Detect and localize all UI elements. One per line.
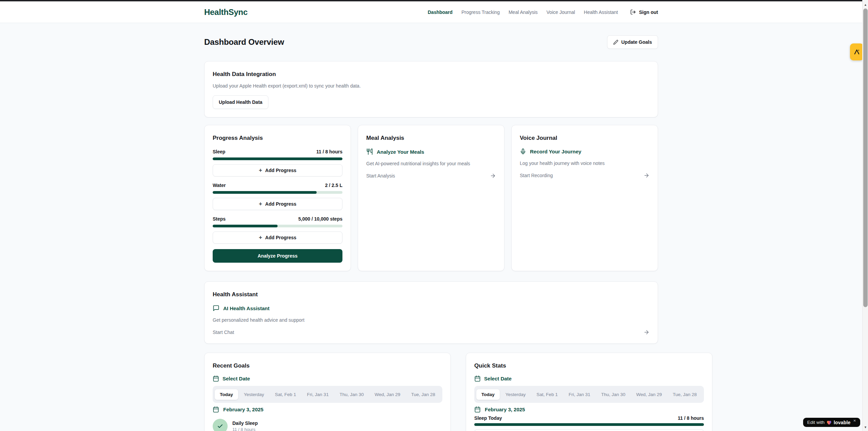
date-tab-today[interactable]: Today bbox=[215, 389, 238, 400]
metric-label: Steps bbox=[213, 215, 226, 222]
current-date-label: February 3, 2025 bbox=[223, 407, 263, 412]
sign-out-label: Sign out bbox=[639, 10, 658, 15]
upload-health-data-button[interactable]: Upload Health Data bbox=[213, 95, 268, 109]
calendar-icon bbox=[213, 406, 219, 413]
edit-with-lovable-badge[interactable]: Edit with lovable ✕ bbox=[803, 418, 860, 427]
calendar-icon bbox=[474, 406, 481, 413]
add-progress-button-steps[interactable]: + Add Progress bbox=[213, 231, 342, 244]
quick-stats-current-date[interactable]: February 3, 2025 bbox=[474, 406, 704, 413]
meal-analysis-card: Meal Analysis Analyze Your Meals Get AI-… bbox=[358, 125, 504, 271]
date-tab-feb-1[interactable]: Sat, Feb 1 bbox=[531, 389, 563, 400]
scrollbar-thumb[interactable] bbox=[863, 8, 868, 307]
integration-description: Upload your Apple Health export (export.… bbox=[213, 82, 650, 89]
analyze-your-meals-link[interactable]: Analyze Your Meals bbox=[366, 148, 496, 155]
stat-value: 11 / 8 hours bbox=[678, 415, 704, 421]
meal-analysis-title: Meal Analysis bbox=[366, 133, 496, 143]
heart-icon bbox=[827, 420, 832, 425]
nav-link-dashboard[interactable]: Dashboard bbox=[428, 10, 453, 15]
nav-link-progress-tracking[interactable]: Progress Tracking bbox=[461, 10, 500, 15]
date-tab-feb-1[interactable]: Sat, Feb 1 bbox=[270, 389, 301, 400]
nav-link-meal-analysis[interactable]: Meal Analysis bbox=[509, 10, 538, 15]
date-tab-jan-30[interactable]: Thu, Jan 30 bbox=[334, 389, 369, 400]
add-progress-button-sleep[interactable]: + Add Progress bbox=[213, 164, 342, 176]
metric-value: 11 / 8 hours bbox=[316, 148, 342, 155]
recent-goals-card: Recent Goals Select Date Today Yesterday… bbox=[204, 353, 451, 431]
page-title: Dashboard Overview bbox=[204, 37, 284, 47]
metric-value: 2 / 2.5 L bbox=[325, 182, 342, 189]
ai-health-assistant-label: AI Health Assistant bbox=[223, 305, 269, 311]
recent-goals-select-date[interactable]: Select Date bbox=[213, 375, 442, 382]
start-analysis-label: Start Analysis bbox=[366, 173, 395, 179]
start-chat-action[interactable]: Start Chat bbox=[213, 329, 650, 335]
goal-value: 11 / 8 hours bbox=[232, 427, 258, 431]
select-date-label: Select Date bbox=[484, 376, 512, 381]
date-tab-yesterday[interactable]: Yesterday bbox=[239, 389, 269, 400]
quick-stats-title: Quick Stats bbox=[474, 361, 704, 371]
sign-out-button[interactable]: Sign out bbox=[630, 9, 658, 15]
progress-analysis-title: Progress Analysis bbox=[213, 133, 342, 143]
goal-completed-badge bbox=[213, 419, 228, 431]
badge-close-icon[interactable]: ✕ bbox=[853, 419, 856, 423]
update-goals-label: Update Goals bbox=[621, 39, 652, 45]
quick-stats-date-tabs: Today Yesterday Sat, Feb 1 Fri, Jan 31 T… bbox=[474, 386, 704, 403]
metric-label: Water bbox=[213, 182, 226, 189]
start-analysis-action[interactable]: Start Analysis bbox=[366, 173, 496, 179]
metric-water: Water 2 / 2.5 L + Add Progress bbox=[213, 182, 342, 215]
add-progress-button-water[interactable]: + Add Progress bbox=[213, 198, 342, 210]
ai-health-assistant-link[interactable]: AI Health Assistant bbox=[213, 305, 650, 312]
arrow-right-icon bbox=[643, 172, 650, 179]
date-tab-jan-30[interactable]: Thu, Jan 30 bbox=[596, 389, 630, 400]
update-goals-button[interactable]: Update Goals bbox=[607, 35, 658, 49]
analyze-progress-button[interactable]: Analyze Progress bbox=[213, 249, 342, 263]
steps-progress-bar bbox=[213, 225, 342, 227]
date-tab-jan-31[interactable]: Fri, Jan 31 bbox=[564, 389, 596, 400]
nav-link-health-assistant[interactable]: Health Assistant bbox=[584, 10, 618, 15]
record-your-journey-link[interactable]: Record Your Journey bbox=[520, 148, 650, 155]
date-tab-jan-28[interactable]: Tue, Jan 28 bbox=[406, 389, 440, 400]
chat-bubble-icon bbox=[213, 305, 219, 312]
start-recording-label: Start Recording bbox=[520, 173, 553, 178]
vertical-scrollbar[interactable]: ▲ ▼ bbox=[862, 0, 868, 431]
integration-title: Health Data Integration bbox=[213, 70, 650, 79]
voice-journal-title: Voice Journal bbox=[520, 133, 650, 143]
progress-analysis-card: Progress Analysis Sleep 11 / 8 hours + A… bbox=[204, 125, 351, 271]
date-tab-jan-31[interactable]: Fri, Jan 31 bbox=[302, 389, 334, 400]
sleep-today-progress-bar bbox=[474, 423, 704, 426]
start-chat-label: Start Chat bbox=[213, 330, 234, 335]
add-progress-button-quick-stats[interactable]: + Add Progress bbox=[474, 429, 704, 431]
health-data-integration-card: Health Data Integration Upload your Appl… bbox=[204, 61, 658, 117]
voice-journal-card: Voice Journal Record Your Journey Log yo… bbox=[511, 125, 658, 271]
meal-analysis-description: Get AI-powered nutritional insights for … bbox=[366, 160, 496, 167]
app-logo[interactable]: HealthSync bbox=[204, 7, 248, 17]
anima-logo-icon bbox=[853, 48, 861, 56]
goal-item-daily-sleep: Daily Sleep 11 / 8 hours bbox=[213, 419, 442, 431]
goal-name: Daily Sleep bbox=[232, 420, 258, 427]
date-tab-today[interactable]: Today bbox=[476, 389, 500, 400]
recent-goals-current-date[interactable]: February 3, 2025 bbox=[213, 406, 442, 413]
date-tab-jan-29[interactable]: Wed, Jan 29 bbox=[631, 389, 667, 400]
health-assistant-card: Health Assistant AI Health Assistant Get… bbox=[204, 281, 658, 344]
voice-journal-description: Log your health journey with voice notes bbox=[520, 160, 650, 167]
arrow-right-icon bbox=[643, 329, 650, 335]
scrollbar-up-arrow[interactable]: ▲ bbox=[863, 2, 868, 7]
logout-icon bbox=[630, 9, 636, 15]
quick-stats-select-date[interactable]: Select Date bbox=[474, 375, 704, 382]
sleep-progress-bar bbox=[213, 157, 342, 160]
scrollbar-down-arrow[interactable]: ▼ bbox=[863, 424, 868, 430]
edit-widget-fab[interactable] bbox=[850, 43, 864, 60]
nav-link-voice-journal[interactable]: Voice Journal bbox=[547, 10, 575, 15]
plus-icon: + bbox=[259, 235, 262, 240]
badge-prefix: Edit with bbox=[807, 420, 825, 425]
date-tab-jan-28[interactable]: Tue, Jan 28 bbox=[668, 389, 702, 400]
arrow-right-icon bbox=[490, 173, 496, 179]
date-tab-yesterday[interactable]: Yesterday bbox=[500, 389, 531, 400]
calendar-icon bbox=[474, 375, 481, 382]
health-assistant-title: Health Assistant bbox=[213, 290, 650, 299]
utensils-icon bbox=[366, 148, 373, 155]
recent-goals-title: Recent Goals bbox=[213, 361, 442, 371]
plus-icon: + bbox=[259, 167, 262, 173]
app-header: HealthSync Dashboard Progress Tracking M… bbox=[0, 1, 862, 23]
metric-sleep: Sleep 11 / 8 hours + Add Progress bbox=[213, 148, 342, 182]
date-tab-jan-29[interactable]: Wed, Jan 29 bbox=[370, 389, 406, 400]
start-recording-action[interactable]: Start Recording bbox=[520, 172, 650, 179]
